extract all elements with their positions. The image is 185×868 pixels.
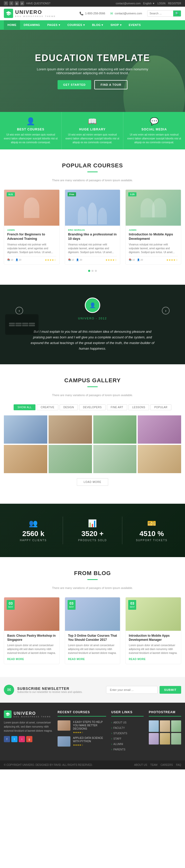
nav-item-courses[interactable]: COURSES ▾ [64, 20, 88, 30]
footer-course-name-2: APPLIED DATA SCIENCE WITH PYTHON [73, 736, 106, 743]
dot-3[interactable] [95, 270, 97, 272]
gallery-item-4[interactable] [138, 415, 181, 444]
filter-all[interactable]: SHOW ALL [13, 404, 35, 410]
photo-5[interactable] [160, 733, 170, 745]
footer-links-list: ABOUT US FACULTY STUDENTS STAFF ALUMNI P… [111, 720, 144, 751]
newsletter-email-input[interactable] [106, 686, 157, 694]
read-more-2[interactable]: READ MORE [68, 658, 85, 660]
pinterest-icon[interactable]: p [20, 1, 24, 5]
nav-item-home[interactable]: HOME [4, 20, 20, 30]
nav-item-events[interactable]: EVENTS [125, 20, 145, 30]
footer-bottom-careers[interactable]: CAREERS [161, 764, 173, 766]
filter-lessons[interactable]: LESSONS [128, 404, 149, 410]
filter-creative[interactable]: CREATIVE [37, 404, 58, 410]
nav-link-dreaming[interactable]: DREAMING [20, 20, 44, 30]
nav-item-shop[interactable]: SHOP ▾ [107, 20, 125, 30]
footer-bottom-about[interactable]: ABOUT US [134, 764, 147, 766]
google-icon[interactable]: g [14, 1, 19, 5]
testimonial-left-decoration [5, 314, 38, 335]
footer-link-parents[interactable]: PARENTS [111, 747, 144, 751]
footer-link-about-anchor[interactable]: ABOUT US [111, 721, 126, 724]
stat-happy-clients: 👥 2560 k HAPPY CLIENTS [4, 517, 63, 544]
footer-link-about[interactable]: ABOUT US [111, 720, 144, 724]
read-more-3[interactable]: READ MORE [129, 658, 146, 660]
gallery-item-7[interactable] [93, 445, 137, 473]
footer-link-students[interactable]: STUDENTS [111, 731, 144, 735]
feature-title-1: BEST COURSES [4, 128, 58, 131]
photo-3[interactable] [171, 720, 181, 732]
footer-twitter-icon[interactable]: t [11, 736, 18, 742]
blog-grid: 03 MAY Basic Choux Pastry Workshop in Si… [4, 597, 181, 664]
gallery-item-2[interactable] [49, 415, 92, 444]
photo-2[interactable] [160, 720, 170, 732]
newsletter-text-block: SUBSCRIBE NEWSLETTER Subscribe to our ne… [17, 686, 83, 693]
footer-link-staff[interactable]: STAFF [111, 737, 144, 740]
twitter-icon[interactable]: t [9, 1, 13, 5]
header-email: ✉ contact@univero.com [110, 11, 142, 16]
course-meta-2: 📚 10 👤 20 [68, 258, 82, 261]
footer-bottom-team[interactable]: TEAM [150, 764, 157, 766]
feature-library: 📖 HUGE LIBRARY Ut wisi enim ad minim ven… [62, 112, 123, 149]
logo-text-block: UNIVERO EDU WORDPRESS THEME [15, 9, 56, 18]
testimonial-prev-button[interactable]: ‹ [16, 307, 23, 314]
footer-logo-text-block: UNIVERO EDU WORDPRESS THEME [13, 711, 51, 718]
nav-item-dreaming[interactable]: DREAMING [20, 20, 44, 30]
gallery-item-8[interactable] [138, 445, 181, 473]
read-more-1[interactable]: READ MORE [7, 658, 24, 660]
filter-developers[interactable]: DEVELOPERS [79, 404, 105, 410]
footer-link-alumni[interactable]: ALUMNI [111, 742, 144, 746]
facebook-icon[interactable]: f [4, 1, 8, 5]
course-lessons-1: 📚 10 [7, 258, 13, 261]
testimonial-next-button[interactable]: › [162, 307, 169, 314]
photo-6[interactable] [171, 733, 181, 745]
footer-instagram-icon[interactable]: i [19, 736, 25, 742]
filter-popular[interactable]: POPULAR [150, 404, 171, 410]
feature-text-3: Ut wisi enim ad minim veniam quis nostru… [127, 133, 181, 144]
footer-link-staff-anchor[interactable]: STAFF [111, 737, 121, 740]
newsletter-submit-button[interactable]: SUBMIT [160, 686, 181, 694]
library-icon: 📖 [65, 117, 119, 126]
newsletter-form: SUBMIT [106, 686, 181, 694]
photo-1[interactable] [149, 720, 159, 732]
footer-facebook-icon[interactable]: f [4, 736, 10, 742]
footer-bottom-links: ABOUT US TEAM CAREERS FAQ [134, 764, 181, 766]
find-tour-button[interactable]: FIND A TOUR [94, 80, 127, 89]
footer-google-icon[interactable]: g [26, 736, 32, 742]
footer-link-faculty[interactable]: FACULTY [111, 726, 144, 730]
load-more-button[interactable]: LOAD MORE [77, 478, 108, 486]
footer-link-faculty-anchor[interactable]: FACULTY [111, 726, 125, 730]
nav-link-blog[interactable]: BLOG ▾ [88, 20, 107, 30]
dot-1[interactable] [88, 270, 90, 272]
filter-design[interactable]: DESIGN [60, 404, 78, 410]
footer-course-info-1: 4 EASY STEPS TO HELP YOU MAKE BETTER DEC… [73, 720, 106, 734]
nav-link-shop[interactable]: SHOP ▾ [107, 20, 125, 30]
footer-grid: UNIVERO EDU WORDPRESS THEME Lorem ipsum … [4, 710, 181, 753]
course-card-2: Free ERIC MORGAN Branding like a profess… [65, 189, 121, 265]
footer-link-parents-anchor[interactable]: PARENTS [111, 748, 125, 751]
get-started-button[interactable]: GET STARTED [58, 80, 91, 89]
nav-item-blog[interactable]: BLOG ▾ [88, 20, 107, 30]
gallery-item-1[interactable] [4, 415, 47, 444]
search-input[interactable] [148, 10, 173, 16]
nav-link-events[interactable]: EVENTS [125, 20, 145, 30]
footer-bottom-faq[interactable]: FAQ [176, 764, 181, 766]
dot-2[interactable] [91, 270, 94, 272]
nav-link-courses[interactable]: COURSES ▾ [64, 20, 88, 30]
nav-link-pages[interactable]: PAGES ▾ [44, 20, 64, 30]
gallery-item-3[interactable] [93, 415, 137, 444]
topbar-login[interactable]: LOGIN [157, 2, 165, 5]
topbar-english[interactable]: English ▼ [143, 2, 155, 5]
course-meta-1: 📚 10 👤 20 [7, 258, 21, 261]
gallery-item-6[interactable] [49, 445, 92, 473]
gallery-item-5[interactable] [4, 445, 47, 473]
filter-fine-art[interactable]: FINE ART [107, 404, 127, 410]
photo-4[interactable] [149, 733, 159, 745]
footer-link-alumni-anchor[interactable]: ALUMNI [111, 743, 123, 746]
blog-card-1: 03 MAY Basic Choux Pastry Workshop in Si… [4, 597, 60, 664]
footer-link-students-anchor[interactable]: STUDENTS [111, 732, 127, 735]
course-badge-3: 3.25 [128, 192, 136, 196]
nav-link-home[interactable]: HOME [4, 20, 20, 30]
topbar-register[interactable]: REGISTER [168, 2, 181, 5]
nav-item-pages[interactable]: PAGES ▾ [44, 20, 64, 30]
search-button[interactable]: 🔍 [173, 10, 181, 17]
